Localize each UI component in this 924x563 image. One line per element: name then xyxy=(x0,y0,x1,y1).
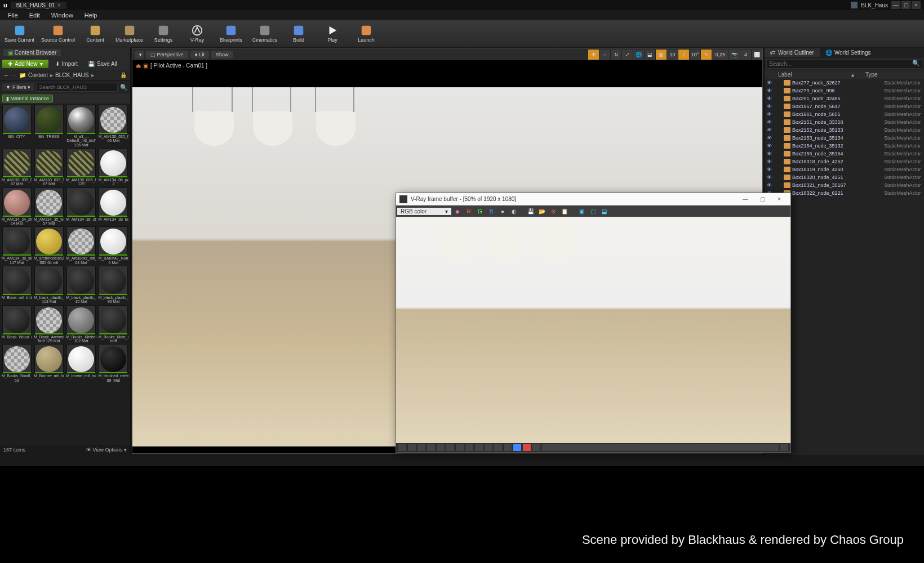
asset-item[interactable]: M_brown_mtl_brdf_mtl xyxy=(66,344,97,382)
link-button[interactable]: ⬓ xyxy=(599,207,609,216)
column-type[interactable]: Type xyxy=(865,72,922,78)
outliner-row[interactable]: 👁Box277_node_32627StaticMeshActor xyxy=(765,79,924,87)
visibility-icon[interactable]: 👁 xyxy=(767,175,772,180)
column-label[interactable]: Label ▴ xyxy=(767,72,865,78)
track-mouse-button[interactable]: ⬚ xyxy=(588,207,598,216)
green-channel-button[interactable]: G xyxy=(475,207,485,216)
toolbar-settings[interactable]: Settings xyxy=(148,21,179,46)
asset-item[interactable]: M_AM134_24_shoe_01_mtl_brdf 14 Mat xyxy=(1,187,32,226)
add-new-button[interactable]: ✚ Add New ▾ xyxy=(2,60,48,68)
tab-world-outliner[interactable]: 🏷 World Outliner xyxy=(765,48,820,57)
asset-item[interactable]: M_AM130_035_001_mtl_brdf 66 Mat xyxy=(98,105,129,147)
close-icon[interactable]: × xyxy=(57,2,61,8)
camera-speed-icon[interactable]: 📷 xyxy=(728,50,740,60)
outliner-row[interactable]: 👁Box2152_node_35133StaticMeshActor xyxy=(765,126,924,134)
visibility-icon[interactable]: 👁 xyxy=(767,127,772,133)
menu-file[interactable]: File xyxy=(3,11,23,19)
toolbar-launch[interactable]: Launch xyxy=(350,21,382,46)
angle-snap-toggle[interactable]: ∠ xyxy=(678,50,689,60)
vfb-status-icon[interactable] xyxy=(398,444,406,451)
lit-dropdown[interactable]: ● Lit xyxy=(190,51,209,59)
asset-item[interactable]: M_AM134_38_sticker_mtl_brdf 147 Mat xyxy=(1,226,32,265)
asset-item[interactable]: M_AM134_35_water_mtl_brdf 57 Mat xyxy=(33,187,64,226)
visibility-icon[interactable]: 👁 xyxy=(767,96,772,101)
camera-speed-value[interactable]: 4 xyxy=(740,50,751,60)
vfb-title-bar[interactable]: V-Ray frame buffer - [50% of 1920 x 1080… xyxy=(396,193,790,205)
grid-snap-toggle[interactable]: ▦ xyxy=(655,50,667,60)
tab-world-settings[interactable]: 🌐 World Settings xyxy=(820,48,877,57)
toolbar-source-control[interactable]: Source Control xyxy=(39,21,77,46)
asset-item[interactable]: M_Black_mtl_brdf_45_Mat xyxy=(1,266,32,304)
toolbar-build[interactable]: Build xyxy=(283,21,314,46)
switch-channel-button[interactable]: ◐ xyxy=(509,207,519,216)
rotate-mode-button[interactable]: ↻ xyxy=(610,50,621,60)
asset-item[interactable]: BG_CITY xyxy=(1,105,32,147)
asset-item[interactable]: M_Books_Kitchen_mtl_brdf 102 Mat xyxy=(66,305,97,343)
vray-frame-buffer-window[interactable]: V-Ray frame buffer - [50% of 1920 x 1080… xyxy=(396,193,791,453)
outliner-row[interactable]: 👁Box2156_node_35164StaticMeshActor xyxy=(765,150,924,158)
angle-snap-value[interactable]: 10° xyxy=(689,50,700,60)
viewport-maximize-button[interactable]: ⬜ xyxy=(751,50,762,60)
channel-dropdown[interactable]: RGB color▾ xyxy=(397,208,451,215)
visibility-icon[interactable]: 👁 xyxy=(767,135,772,141)
asset-item[interactable]: M_archmodels52 005 04 mtl xyxy=(33,226,64,265)
asset-item[interactable]: M_AM130_035_007_mtl_brdf 125 xyxy=(66,148,97,186)
search-icon[interactable]: 🔍 xyxy=(120,84,128,91)
outliner-row[interactable]: 👁Box1961_node_5651StaticMeshActor xyxy=(765,110,924,118)
visibility-icon[interactable]: 👁 xyxy=(767,80,772,86)
tab-content-browser[interactable]: ▣ Content Browser xyxy=(3,49,61,56)
visibility-icon[interactable]: 👁 xyxy=(767,151,772,157)
vfb-close-button[interactable]: × xyxy=(771,196,787,202)
folder-icon[interactable]: 📁 xyxy=(19,72,26,78)
outliner-row[interactable]: 👁Box18321_node_35167StaticMeshActor xyxy=(765,181,924,189)
asset-item[interactable]: M_Books_Main_Shelf_Test_mtl brdf xyxy=(98,305,129,343)
lock-icon[interactable]: 🔒 xyxy=(120,72,127,78)
outliner-row[interactable]: 👁Box2153_node_35134StaticMeshActor xyxy=(765,134,924,142)
filter-tag-material[interactable]: ▮ Material Instance xyxy=(2,95,53,102)
select-mode-button[interactable]: ✥ xyxy=(588,50,599,60)
asset-item[interactable]: M_a3_... Default_mtl_brdf 136 Mat xyxy=(66,105,97,147)
toolbar-cinematics[interactable]: Cinematics xyxy=(249,21,281,46)
scale-snap-toggle[interactable]: ✎ xyxy=(700,50,712,60)
asset-item[interactable]: M_black_plastic_mtl_brdf 90 Mat xyxy=(98,266,129,304)
nav-fwd-button[interactable]: → xyxy=(11,72,17,78)
outliner-row[interactable]: 👁Box18319_node_4250StaticMeshActor xyxy=(765,166,924,173)
outliner-row[interactable]: 👁Box1957_node_5647StaticMeshActor xyxy=(765,102,924,110)
search-outliner-input[interactable] xyxy=(766,59,922,69)
toolbar-blueprints[interactable]: Blueprints xyxy=(215,21,247,46)
asset-item[interactable]: M_black_plastic_mtl_brdf 113 Mat xyxy=(33,266,64,304)
asset-item[interactable]: M_Black_Archmodel brdf 129 Mat xyxy=(33,305,64,343)
breadcrumb-project[interactable]: BLCK_HAUS xyxy=(55,72,88,78)
stop-pilot-button[interactable]: ▣ xyxy=(143,62,148,69)
nav-back-button[interactable]: ← xyxy=(3,72,9,78)
visibility-icon[interactable]: 👁 xyxy=(767,159,772,164)
asset-item[interactable]: M_AM134_06_paper_bag_mtl_brdf 2 xyxy=(98,148,129,186)
viewport-menu-button[interactable]: ▾ xyxy=(135,51,144,59)
asset-item[interactable]: M_AM130_035_003_mtl_brdf 67 Mat xyxy=(1,148,32,186)
toolbar-play[interactable]: Play xyxy=(317,21,348,46)
asset-item[interactable]: M_BAKING_Normals_mtl_brdf 6 Mat xyxy=(98,226,129,265)
asset-item[interactable]: M_AM134_38_20_Defaultfos xyxy=(66,187,97,226)
show-dropdown[interactable]: Show xyxy=(211,51,233,59)
outliner-row[interactable]: 👁Box279_node_996StaticMeshActor xyxy=(765,87,924,95)
save-image-button[interactable]: 💾 xyxy=(526,207,536,216)
clear-button[interactable]: ⊗ xyxy=(548,207,558,216)
breadcrumb-content[interactable]: Content xyxy=(28,72,48,78)
load-image-button[interactable]: 📂 xyxy=(537,207,547,216)
toolbar-marketplace[interactable]: Marketplace xyxy=(113,21,145,46)
mono-channel-button[interactable]: ● xyxy=(497,207,508,216)
grid-snap-value[interactable]: 10 xyxy=(667,50,678,60)
menu-window[interactable]: Window xyxy=(47,11,78,19)
asset-item[interactable]: M_brushed_metal_mtl_brdf 89_Mat xyxy=(98,344,129,382)
menu-help[interactable]: Help xyxy=(80,11,102,19)
outliner-row[interactable]: 👁Box291_node_32485StaticMeshActor xyxy=(765,95,924,102)
rgb-icon[interactable]: ◆ xyxy=(452,207,463,216)
view-options-button[interactable]: 👁 View Options ▾ xyxy=(86,447,127,453)
toolbar-content[interactable]: Content xyxy=(79,21,111,46)
filters-dropdown[interactable]: ▼ Filters ▾ xyxy=(2,83,34,91)
outliner-row[interactable]: 👁Box18320_node_4251StaticMeshActor xyxy=(765,173,924,181)
vfb-render-view[interactable] xyxy=(396,217,790,443)
toolbar-v-ray[interactable]: V-Ray xyxy=(181,21,213,46)
outliner-row[interactable]: 👁Box18318_node_4252StaticMeshActor xyxy=(765,158,924,166)
asset-item[interactable]: BG_TREES xyxy=(33,105,64,147)
